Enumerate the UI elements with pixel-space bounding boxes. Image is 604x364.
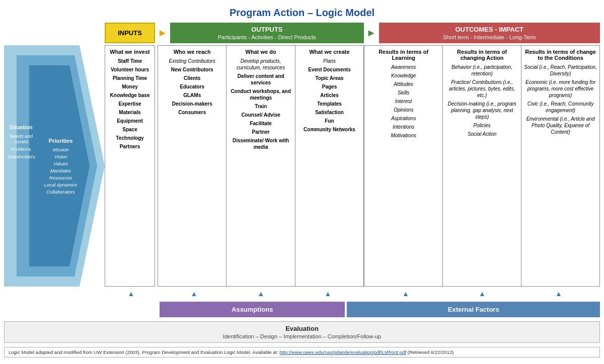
inputs-header: INPUTS	[105, 23, 155, 43]
what-create-column: What we create Plans Event Documents Top…	[295, 46, 363, 286]
inputs-item-0: Staff Time	[107, 58, 153, 64]
do-item-2: Conduct workshops, and meetings	[229, 88, 292, 101]
situation-column: Situation Needs and Assets Problems Stak…	[6, 124, 36, 159]
priorities-column: Priorities Mission Vision Values Mandate…	[37, 138, 85, 195]
up-arrow-icon-2: ▲	[258, 290, 265, 298]
page: Program Action – Logic Model INPUTS ► OU…	[0, 0, 604, 361]
up-arrow-icon-6: ▲	[555, 290, 562, 298]
long-term-column: Results in terms of change to the Condit…	[521, 46, 599, 286]
long-item-1: Economic (i.e. more funding for programs…	[523, 79, 597, 99]
inputs-column: What we invest Staff Time Volunteer hour…	[105, 45, 155, 287]
inputs-item-4: Knowledge base	[107, 92, 153, 99]
short-term-column: Results in terms of Learning Awareness K…	[364, 46, 443, 286]
priority-mandates: Mandates	[37, 168, 85, 173]
reach-item-2: Clients	[160, 75, 224, 81]
up-arrow-icon-1: ▲	[191, 290, 198, 298]
up-arrow-icon-3: ▲	[325, 290, 332, 298]
outcomes-section: Results in terms of Learning Awareness K…	[364, 45, 600, 287]
up-arrows-outcomes: ▲ ▲ ▲	[364, 290, 600, 298]
create-item-2: Topic Areas	[297, 75, 361, 81]
create-item-6: Satisfaction	[297, 109, 361, 116]
inputs-item-8: Space	[107, 126, 153, 133]
outputs-wrapper: OUTPUTS Participants - Activities - Dire…	[170, 23, 364, 43]
inputs-col-header: What we invest	[107, 49, 153, 55]
inputs-item-3: Money	[107, 83, 153, 90]
short-item-1: Knowledge	[366, 72, 440, 79]
short-item-4: Interest	[366, 98, 440, 105]
assumptions-spacer-inputs	[107, 302, 160, 317]
intermediate-header: Results in terms of changing Action	[445, 49, 519, 61]
evaluation-bar: Evaluation Identification – Design – Imp…	[4, 321, 600, 343]
do-item-3: Train	[229, 103, 292, 110]
outputs-header: OUTPUTS Participants - Activities - Dire…	[170, 23, 364, 43]
footer-retrieved: (Retrieved 6/22/2013)	[408, 349, 454, 355]
reach-item-1: New Contributors	[160, 66, 224, 73]
create-item-4: Articles	[297, 92, 361, 99]
footer-text: Logic Model adapted and modified from UW…	[9, 349, 278, 355]
priorities-header: Priorities	[37, 138, 85, 144]
outputs-section: Who we reach Existing Contributors New C…	[158, 45, 364, 287]
int-item-4: Social Action	[445, 131, 519, 137]
create-item-8: Community Networks	[297, 126, 361, 133]
int-item-0: Behavior (i.e., participation, retention…	[445, 64, 519, 77]
long-term-header: Results in terms of change to the Condit…	[523, 49, 597, 61]
short-item-5: Opinions	[366, 107, 440, 113]
evaluation-sub: Identification – Design – Implementation…	[7, 333, 597, 339]
diagram: INPUTS ► OUTPUTS Participants - Activiti…	[4, 23, 600, 357]
intermediate-column: Results in terms of changing Action Beha…	[443, 46, 521, 286]
needs-label: Needs and Assets	[6, 133, 36, 144]
do-item-6: Partner	[229, 129, 292, 135]
short-item-7: Intentions	[366, 124, 440, 130]
up-arrow-icon-inputs: ▲	[128, 290, 135, 298]
reach-item-4: GLAMs	[160, 92, 224, 99]
external-factors-bar: External Factors	[347, 302, 600, 317]
evaluation-title: Evaluation	[7, 325, 597, 332]
outputs-columns: Who we reach Existing Contributors New C…	[158, 45, 364, 287]
reach-item-5: Decision-makers	[160, 101, 224, 107]
up-arrow-icon-4: ▲	[402, 290, 409, 298]
bottom-bars: Assumptions External Factors	[4, 302, 600, 317]
do-item-1: Deliver content and services	[229, 73, 292, 86]
page-title: Program Action – Logic Model	[4, 4, 600, 23]
outputs-to-outcomes-arrow: ►	[364, 23, 379, 43]
who-reach-header: Who we reach	[160, 49, 224, 55]
reach-item-3: Educators	[160, 83, 224, 90]
assumptions-bar: Assumptions	[160, 302, 345, 317]
do-item-5: Facilitate	[229, 120, 292, 127]
up-arrow-inputs: ▲	[105, 290, 158, 298]
inputs-item-9: Technology	[107, 135, 153, 141]
reach-item-0: Existing Contributors	[160, 58, 224, 64]
int-item-3: Policies	[445, 122, 519, 129]
long-item-0: Social (i.e., Reach, Participation, Dive…	[523, 64, 597, 77]
priority-collaborators: Collaborators	[37, 189, 85, 195]
priority-values: Values	[37, 161, 85, 166]
stakeholders-label: Stakeholders	[6, 154, 36, 159]
header-left-spacer	[4, 23, 105, 43]
up-arrow-left-spacer	[4, 290, 105, 298]
outcomes-wrapper-header: OUTCOMES - IMPACT Short term - Intermedi…	[379, 23, 600, 43]
do-item-4: Counsel/ Advise	[229, 112, 292, 118]
up-arrow-icon-5: ▲	[479, 290, 486, 298]
create-item-1: Event Documents	[297, 66, 361, 73]
long-item-3: Environmental (i.e., Article and Photo Q…	[523, 116, 597, 135]
priority-vision: Vision	[37, 154, 85, 159]
do-item-7: Disseminate/ Work with media	[229, 137, 292, 150]
int-item-2: Decision-making (i.e., program planning,…	[445, 101, 519, 120]
inputs-item-7: Equipment	[107, 118, 153, 124]
inputs-item-5: Expertise	[107, 101, 153, 107]
short-term-header: Results in terms of Learning	[366, 49, 440, 61]
situation-label: Situation	[6, 124, 36, 130]
create-item-7: Fun	[297, 118, 361, 124]
inputs-item-2: Planning Time	[107, 75, 153, 81]
create-item-3: Pages	[297, 83, 361, 90]
left-section: Situation Needs and Assets Problems Stak…	[4, 45, 105, 287]
create-item-0: Plans	[297, 58, 361, 64]
footer-link[interactable]: http://www.uwex.edu/ces/pdande/evaluatio…	[279, 349, 406, 355]
outcomes-columns: Results in terms of Learning Awareness K…	[364, 45, 600, 287]
up-arrows-outputs: ▲ ▲ ▲	[158, 290, 364, 298]
outcomes-header: OUTCOMES - IMPACT Short term - Intermedi…	[379, 23, 600, 43]
short-item-3: Skills	[366, 89, 440, 96]
short-item-0: Awareness	[366, 64, 440, 70]
header-row: INPUTS ► OUTPUTS Participants - Activiti…	[4, 23, 600, 43]
bottom-left-spacer	[4, 302, 105, 317]
